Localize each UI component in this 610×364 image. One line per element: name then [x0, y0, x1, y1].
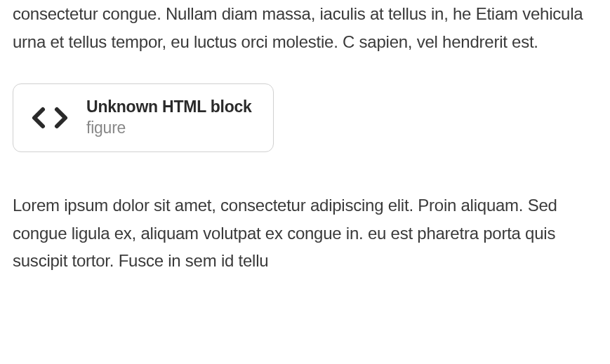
- body-text-bottom: Lorem ipsum dolor sit amet, consectetur …: [13, 191, 597, 275]
- body-text-top: consectetur congue. Nullam diam massa, i…: [13, 0, 597, 55]
- code-icon: [30, 104, 69, 132]
- html-block-subtitle: figure: [86, 118, 252, 139]
- html-block-text: Unknown HTML block figure: [86, 97, 252, 139]
- html-block-title: Unknown HTML block: [86, 97, 252, 118]
- unknown-html-block[interactable]: Unknown HTML block figure: [13, 83, 274, 152]
